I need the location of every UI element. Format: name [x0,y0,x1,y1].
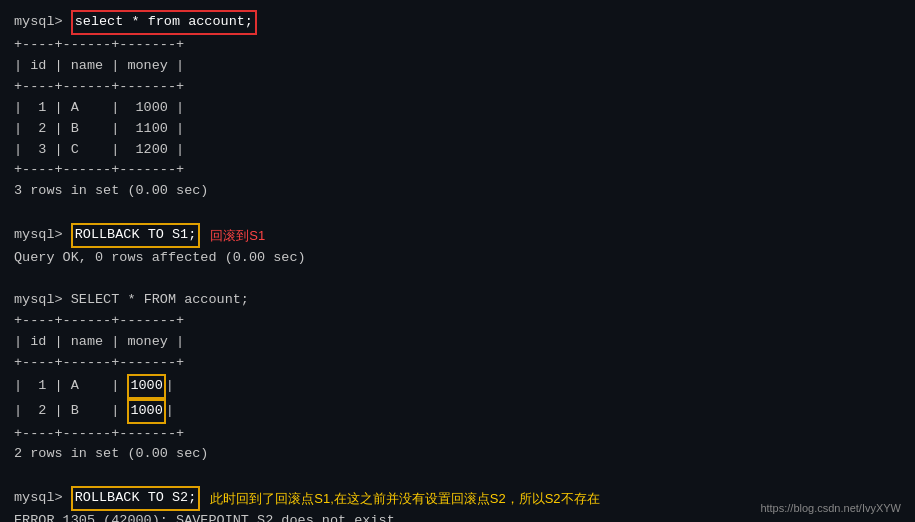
line-select-2: mysql> SELECT * FROM account; [14,290,901,311]
table-row-2: | 2 | B | 1100 | [14,119,901,140]
table-sep-1: +----+------+-------+ [14,35,901,56]
table-header-2: | id | name | money | [14,332,901,353]
cmd-rollback-s1: ROLLBACK TO S1; [71,223,201,248]
table-sep-2: +----+------+-------+ [14,77,901,98]
cmd-rollback-s2: ROLLBACK TO S2; [71,486,201,511]
table-sep-3: +----+------+-------+ [14,160,901,181]
prompt-3: mysql> [14,290,71,311]
money-highlight-1: 1000 [127,374,165,399]
blank-2 [14,269,901,290]
prompt-1: mysql> [14,12,71,33]
table-row-4: | 1 | A | 1000| [14,374,901,399]
prompt-4: mysql> [14,488,71,509]
blank-1 [14,202,901,223]
row-count-2: 2 rows in set (0.00 sec) [14,444,901,465]
table-sep-4: +----+------+-------+ [14,311,901,332]
table-sep-6: +----+------+-------+ [14,424,901,445]
prompt-2: mysql> [14,225,71,246]
line-rollback-s1: mysql> ROLLBACK TO S1;回滚到S1 [14,223,901,248]
query-ok-1: Query OK, 0 rows affected (0.00 sec) [14,248,901,269]
table-row-3: | 3 | C | 1200 | [14,140,901,161]
annotation-rollback-s1: 回滚到S1 [210,226,265,246]
table-header-1: | id | name | money | [14,56,901,77]
table-row-1: | 1 | A | 1000 | [14,98,901,119]
blank-3 [14,465,901,486]
cmd-select: select * from account; [71,10,257,35]
row-count-1: 3 rows in set (0.00 sec) [14,181,901,202]
table-row-5: | 2 | B | 1000| [14,399,901,424]
annotation-rollback-s2: 此时回到了回滚点S1,在这之前并没有设置回滚点S2，所以S2不存在 [210,489,599,509]
terminal: mysql> select * from account; +----+----… [14,10,901,512]
cmd-select-2: SELECT * FROM account; [71,290,249,311]
line-1: mysql> select * from account; [14,10,901,35]
footer-url: https://blog.csdn.net/IvyXYW [760,502,901,514]
money-highlight-2: 1000 [127,399,165,424]
table-sep-5: +----+------+-------+ [14,353,901,374]
